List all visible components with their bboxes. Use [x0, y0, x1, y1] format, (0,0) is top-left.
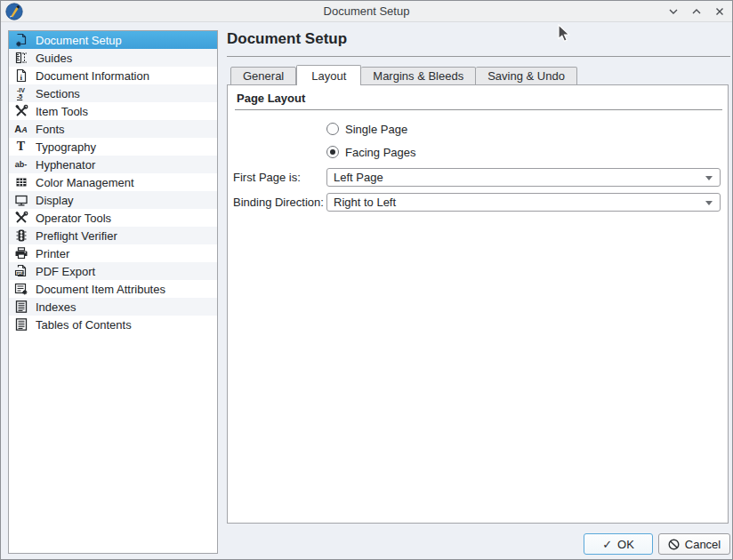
sidebar-item-label: Tables of Contents	[36, 318, 132, 332]
scribus-app-icon	[5, 3, 23, 20]
binding-direction-select[interactable]: Right to Left	[326, 193, 721, 212]
chevron-down-icon	[705, 176, 713, 180]
sidebar-item-indexes[interactable]: Indexes	[9, 298, 217, 316]
tab-layout[interactable]: Layout	[296, 65, 361, 85]
sidebar-item-hyphenator[interactable]: ab- Hyphenator	[9, 156, 217, 173]
sidebar-item-label: Hyphenator	[36, 158, 95, 172]
layout-tab-panel: Page Layout Single Page Facing Pages Fir…	[227, 84, 729, 524]
hyphenator-icon: ab-	[13, 157, 28, 172]
indexes-icon	[13, 300, 28, 315]
item-tools-icon	[13, 104, 28, 119]
sidebar-item-label: Printer	[36, 247, 69, 260]
sidebar-item-display[interactable]: Display	[9, 191, 217, 209]
svg-text:i: i	[20, 73, 22, 82]
mouse-cursor	[558, 24, 571, 44]
radio-label: Single Page	[345, 123, 407, 136]
tab-margins-bleeds[interactable]: Margins & Bleeds	[361, 67, 476, 85]
printer-icon	[13, 246, 28, 261]
sidebar-item-color-management[interactable]: Color Management	[9, 173, 217, 191]
binding-direction-label: Binding Direction:	[233, 196, 326, 209]
sidebar-item-label: Guides	[36, 52, 72, 65]
document-setup-icon	[13, 33, 28, 48]
sidebar-item-fonts[interactable]: AA Fonts	[9, 120, 217, 138]
sidebar-item-label: Fonts	[36, 123, 65, 136]
sidebar-item-item-tools[interactable]: Item Tools	[9, 102, 217, 120]
sidebar-item-operator-tools[interactable]: Operator Tools	[9, 209, 217, 227]
sidebar-item-guides[interactable]: Guides	[9, 49, 217, 67]
svg-text:PDF: PDF	[16, 271, 24, 276]
sidebar-item-label: Document Setup	[36, 34, 122, 47]
section-title: Page Layout	[237, 92, 305, 105]
sidebar-item-label: Preflight Verifier	[36, 229, 117, 243]
sidebar-item-typography[interactable]: T Typography	[9, 138, 217, 156]
sidebar-item-label: Sections	[36, 87, 80, 100]
sidebar-item-label: Indexes	[36, 300, 77, 314]
radio-single-page[interactable]: Single Page	[326, 121, 407, 137]
close-icon[interactable]	[713, 4, 727, 19]
tab-bar: General Layout Margins & Bleeds Saving &…	[230, 65, 577, 85]
first-page-value: Left Page	[334, 171, 383, 184]
typography-icon: T	[13, 140, 28, 155]
title-divider	[227, 56, 730, 57]
sidebar-item-preflight-verifier[interactable]: Preflight Verifier	[9, 227, 217, 244]
first-page-row: First Page is: Left Page	[233, 168, 721, 187]
radio-button-icon[interactable]	[326, 123, 339, 135]
radio-label: Facing Pages	[345, 146, 416, 159]
guides-icon	[13, 51, 28, 66]
preflight-verifier-icon	[13, 228, 28, 244]
titlebar[interactable]: Document Setup	[1, 1, 732, 22]
fonts-icon: AA	[13, 122, 28, 137]
binding-direction-row: Binding Direction: Right to Left	[233, 193, 721, 212]
sidebar-item-label: Document Item Attributes	[36, 283, 165, 296]
first-page-select[interactable]: Left Page	[326, 168, 721, 187]
section-divider	[235, 109, 722, 110]
sidebar-item-label: Item Tools	[36, 105, 88, 118]
sidebar-item-label: Display	[36, 194, 74, 207]
sidebar-item-label: PDF Export	[36, 265, 95, 278]
sidebar-item-document-setup[interactable]: Document Setup	[9, 31, 217, 49]
minimize-icon[interactable]	[666, 4, 681, 19]
radio-facing-pages[interactable]: Facing Pages	[326, 144, 416, 160]
pdf-export-icon: PDF	[13, 264, 28, 279]
color-management-icon	[13, 175, 28, 190]
tables-of-contents-icon	[13, 317, 28, 332]
window-title: Document Setup	[1, 4, 732, 18]
sidebar-item-tables-of-contents[interactable]: Tables of Contents	[9, 316, 217, 333]
settings-category-list: Document Setup Guides i Document Informa…	[8, 30, 218, 554]
cancel-button-label: Cancel	[685, 538, 721, 551]
radio-button-icon-selected[interactable]	[326, 146, 339, 158]
cancel-prohibition-icon	[668, 539, 680, 550]
tab-general[interactable]: General	[230, 67, 296, 85]
chevron-down-icon	[705, 201, 713, 205]
operator-tools-icon	[13, 211, 28, 226]
document-item-attributes-icon	[13, 282, 28, 297]
cancel-button[interactable]: Cancel	[658, 533, 730, 555]
ok-button-label: OK	[617, 538, 634, 551]
sidebar-item-document-item-attributes[interactable]: Document Item Attributes	[9, 280, 217, 298]
sections-icon: -IV -5	[13, 86, 28, 101]
sidebar-item-document-information[interactable]: i Document Information	[9, 67, 217, 84]
sidebar-item-sections[interactable]: -IV -5 Sections	[9, 84, 217, 102]
ok-button[interactable]: ✓ OK	[584, 533, 653, 555]
sidebar-item-label: Operator Tools	[36, 212, 111, 225]
maximize-icon[interactable]	[689, 4, 704, 19]
sidebar-item-printer[interactable]: Printer	[9, 244, 217, 262]
check-icon: ✓	[602, 538, 612, 551]
sidebar-item-label: Document Information	[36, 69, 149, 83]
page-title: Document Setup	[227, 30, 347, 48]
display-icon	[13, 193, 28, 208]
sidebar-item-label: Color Management	[36, 176, 134, 189]
sidebar-item-pdf-export[interactable]: PDF PDF Export	[9, 262, 217, 280]
document-information-icon: i	[13, 68, 28, 84]
first-page-label: First Page is:	[233, 171, 326, 184]
tab-saving-undo[interactable]: Saving & Undo	[476, 67, 577, 85]
binding-direction-value: Right to Left	[334, 196, 396, 209]
document-setup-dialog: Document Setup Document Setup Guides	[0, 0, 733, 560]
sidebar-item-label: Typography	[36, 140, 96, 154]
